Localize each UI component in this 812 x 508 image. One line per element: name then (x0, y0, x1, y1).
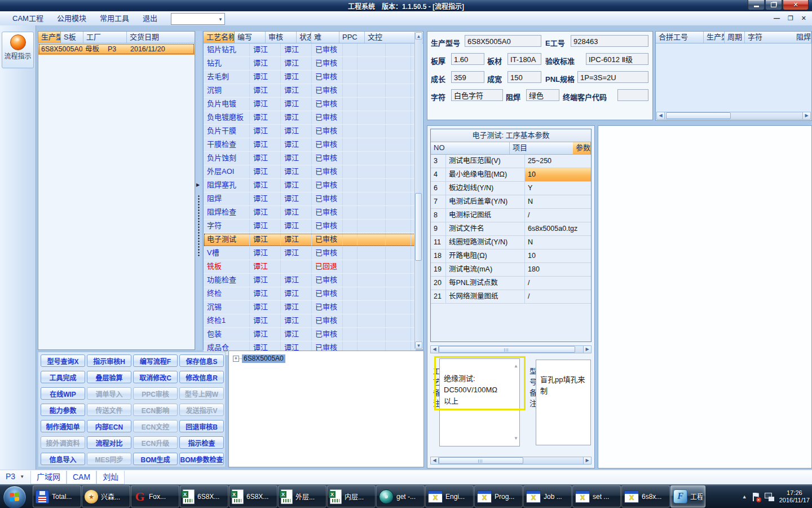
taskbar-button[interactable]: Total... (33, 485, 81, 507)
material-field[interactable]: IT-180A (508, 53, 541, 65)
taskbar-button[interactable]: 内层... (327, 485, 376, 507)
action-button[interactable]: ECN影响 (133, 404, 178, 416)
process-row[interactable]: 阻焊 谭江 谭江 已审核 (204, 192, 416, 206)
action-button[interactable]: ECN文控 (133, 420, 178, 432)
param-row[interactable]: 3 测试电压范围(V) 25~250 (431, 155, 591, 168)
process-row[interactable]: 负片电镀 谭江 谭江 已审核 (204, 98, 416, 111)
process-row[interactable]: 沉锡 谭江 谭江 已审核 (204, 301, 416, 314)
taskbar-button[interactable]: Engi... (425, 485, 474, 507)
process-row[interactable]: 外层AOI 谭江 谭江 已审核 (204, 165, 416, 179)
process-row[interactable]: 去毛刺 谭江 谭江 已审核 (204, 71, 416, 84)
factory-selector[interactable]: P3▼ (6, 472, 24, 481)
column-header[interactable]: 工厂 (83, 32, 127, 43)
process-row[interactable]: 铝片钻孔 谭江 谭江 已审核 (204, 43, 416, 57)
param-row[interactable]: 8 电测标记图纸 / (431, 209, 591, 222)
column-header[interactable]: 编写 (235, 32, 266, 43)
process-row[interactable]: 功能检查 谭江 谭江 已审核 (204, 274, 416, 287)
column-header[interactable]: 工艺名称 (204, 32, 235, 43)
action-button[interactable]: 指示检查 (179, 436, 224, 449)
vertical-splitter[interactable]: ▶ (196, 31, 202, 350)
param-row[interactable]: 11 线圈短路测试(Y/N) N (431, 236, 591, 249)
menu-item[interactable]: 常用工具 (93, 12, 136, 25)
action-button[interactable]: PPC审核 (133, 387, 178, 400)
restore-button[interactable] (765, 0, 782, 10)
process-row[interactable]: 负片干膜 谭江 谭江 已审核 (204, 125, 416, 138)
action-button[interactable]: 回退审核B (179, 420, 224, 432)
craft-remark-box[interactable]: 绝缘测试: DC500V/100MΩ 以上 ▲ ▼ (439, 358, 520, 446)
column-header[interactable]: 交货日期 (127, 32, 195, 43)
scroll-right-icon[interactable]: ▶ (583, 457, 591, 464)
taskbar-button[interactable]: 6S8X... (229, 485, 277, 507)
action-button[interactable]: BOM参数检查 (179, 453, 224, 465)
tray-expand-icon[interactable]: ▲ (742, 494, 747, 500)
action-button[interactable]: 内部ECN (87, 420, 131, 432)
action-button[interactable]: ECN升级 (133, 436, 178, 449)
action-button[interactable]: 接外调资料 (41, 436, 85, 449)
scrollbar-thumb[interactable] (666, 112, 731, 119)
action-button[interactable]: MES同步 (87, 453, 131, 465)
tree-node[interactable]: + 6S8X5005A0 (233, 354, 285, 363)
taskbar-button[interactable]: set ... (572, 485, 621, 507)
action-button[interactable]: 制作通知单 (41, 420, 85, 432)
column-header[interactable]: 难 (311, 32, 339, 43)
column-header[interactable]: 参数 (573, 142, 591, 154)
thickness-field[interactable]: 1.60 (451, 53, 484, 65)
scrollbar-thumb[interactable] (439, 346, 575, 353)
process-row[interactable]: 钻孔 谭江 谭江 已审核 (204, 57, 416, 71)
param-row[interactable]: 18 开路电阻(Ω) 10 (431, 249, 591, 263)
action-button[interactable]: 调单导入 (87, 387, 131, 400)
action-button[interactable]: 型号上网W (179, 387, 224, 400)
column-header[interactable]: 生产型号 (38, 32, 61, 43)
taskbar-button[interactable]: 兴森... (82, 485, 130, 507)
silk-field[interactable]: 白色字符 (451, 89, 503, 101)
param-row[interactable]: 9 测试文件名 6s8x5005a0.tgz (431, 222, 591, 236)
pnl-field[interactable]: 1P=3S=2U (577, 71, 648, 83)
action-button[interactable]: 叠层验算 (87, 371, 131, 383)
process-row[interactable]: 负片蚀刻 谭江 谭江 已审核 (204, 152, 416, 165)
taskbar-button[interactable]: 6s8x... (621, 485, 670, 507)
scroll-left-icon[interactable]: ◀ (431, 346, 439, 353)
scroll-right-icon[interactable]: ▶ (802, 112, 810, 119)
process-row[interactable]: 沉铜 谭江 谭江 已审核 (204, 84, 416, 98)
column-header[interactable]: 周期 (725, 32, 745, 43)
length-field[interactable]: 359 (451, 71, 484, 83)
width-field[interactable]: 150 (508, 71, 541, 83)
action-button[interactable]: 指示审核H (87, 354, 131, 367)
minimize-button[interactable] (748, 0, 765, 10)
scrollbar-thumb[interactable] (439, 457, 523, 464)
process-row[interactable]: 终检1 谭江 谭江 已审核 (204, 314, 416, 328)
process-row[interactable]: 电子测试 谭江 谭江 已审核 (204, 233, 416, 247)
taskbar-button[interactable]: Fox... (131, 485, 179, 507)
flow-indicator-button[interactable]: 流程指示 (2, 32, 34, 68)
network-icon[interactable] (765, 493, 774, 501)
column-header[interactable]: 审核 (266, 32, 297, 43)
close-button[interactable]: ✕ (783, 0, 809, 10)
column-header[interactable]: S板 (61, 32, 83, 43)
param-row[interactable]: 21 长网络测量图纸 / (431, 290, 591, 304)
start-button[interactable] (3, 485, 27, 508)
mdi-close-icon[interactable]: ✕ (801, 14, 806, 23)
column-header[interactable]: 字符 (745, 32, 793, 43)
param-row[interactable]: 6 板边划线(Y/N) Y (431, 182, 591, 195)
model-row[interactable]: 6S8X5005A0 母板 P3 2016/11/20 (38, 43, 195, 55)
action-button[interactable]: 传送文件 (87, 404, 131, 416)
column-header[interactable]: 项目 (510, 142, 573, 154)
param-row[interactable]: 7 电测试后盖章(Y/N) N (431, 195, 591, 209)
mask-field[interactable]: 绿色 (526, 89, 559, 101)
column-header[interactable]: 合拼工号 (656, 32, 704, 43)
action-button[interactable]: 型号查询X (41, 354, 85, 367)
tree-expand-icon[interactable]: + (233, 356, 239, 362)
process-row[interactable]: V槽 谭江 谭江 已审核 (204, 247, 416, 260)
scroll-up-icon[interactable]: ▲ (514, 361, 518, 372)
scroll-left-icon[interactable]: ◀ (657, 112, 665, 119)
standard-field[interactable]: IPC-6012 Ⅱ级 (586, 53, 648, 65)
param-row[interactable]: 4 最小绝缘电阻(MΩ) 10 (431, 168, 591, 182)
process-row[interactable]: 字符 谭江 谭江 已审核 (204, 220, 416, 233)
column-header[interactable]: 阻焊 (793, 32, 811, 43)
menu-item[interactable]: 公用模块 (50, 12, 93, 25)
action-button[interactable]: BOM生成 (133, 453, 178, 465)
action-center-flag-icon[interactable]: ✕ (752, 492, 760, 502)
scrollbar-thumb[interactable] (415, 193, 422, 261)
scroll-left-icon[interactable]: ◀ (431, 457, 439, 464)
client-field[interactable] (617, 89, 648, 101)
